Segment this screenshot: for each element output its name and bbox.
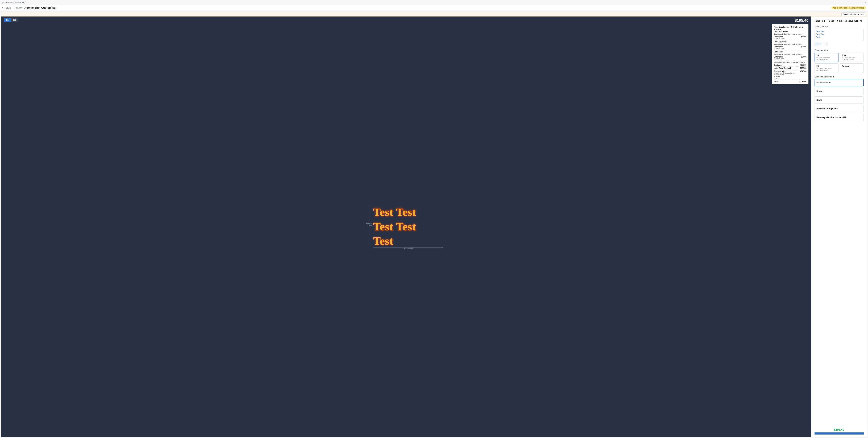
close-icon[interactable]: ✕ <box>864 1 866 4</box>
svg-rect-2 <box>2 3 3 3</box>
svg-rect-1 <box>2 2 4 3</box>
back-icon <box>2 7 4 9</box>
project-name: neon-customiser-mary <box>5 1 26 4</box>
back-label: Back <box>5 7 10 9</box>
page-title: Acrylic Sign Customiser <box>25 6 57 9</box>
sub-header: Back Preview Acrylic Sign Customiser Add… <box>0 5 868 11</box>
app-icon <box>2 1 4 3</box>
svg-rect-0 <box>2 2 4 2</box>
preview-label: Preview <box>15 7 22 9</box>
app-bar: neon-customiser-mary ✕ <box>0 0 868 5</box>
cart-disabled-badge: Add to cart disabled in preview mode. <box>831 6 866 9</box>
back-button[interactable]: Back <box>2 5 13 11</box>
